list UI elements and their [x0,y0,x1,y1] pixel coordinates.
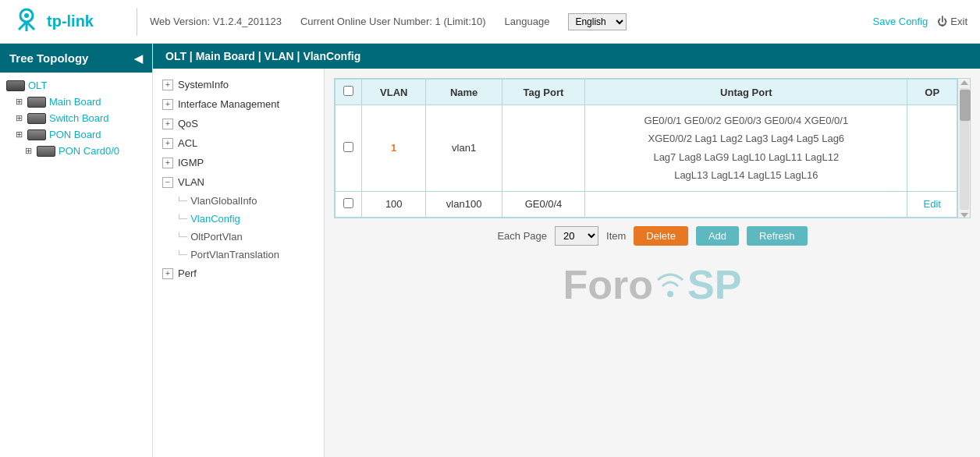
sidebar-switch-board-label: Switch Board [49,112,109,124]
sidebar-pon-board-label: PON Board [49,129,101,140]
main-layout: Tree Topology ◀ OLT ⊞ Main Board ⊞ Switc… [0,44,980,457]
nav-sub-port-vlan-translation-label: PortVlanTranslation [190,249,279,260]
sidebar-toggle-button[interactable]: ◀ [134,53,143,64]
sidebar-item-switch-board[interactable]: ⊞ Switch Board [0,110,152,126]
main-board-device-icon [27,97,46,108]
row2-name: vlan100 [426,191,502,217]
watermark-foro: Foro [563,261,654,308]
nav-item-perf[interactable]: + Perf [153,264,324,283]
save-config-link[interactable]: Save Config [873,16,929,27]
expand-interface-icon: + [162,99,173,110]
table-scrollbar[interactable] [957,79,970,218]
edit-link[interactable]: Edit [924,198,941,210]
row1-op [907,105,957,192]
nav-perf-label: Perf [178,267,197,279]
watermark-container: Foro SP [563,261,742,308]
page-size-select[interactable]: 10 20 50 100 [555,226,598,246]
col-header-tag-port: Tag Port [502,80,584,105]
expand-acl-icon: + [162,138,173,149]
language-label: Language [505,16,550,27]
language-select[interactable]: English Chinese [568,13,627,30]
nav-sub-vlan-config[interactable]: VlanConfig [153,210,324,228]
header-actions: Save Config ⏻ Exit [873,16,968,27]
sidebar-item-main-board[interactable]: ⊞ Main Board [0,94,152,110]
logo-icon [12,8,41,36]
row2-select-checkbox[interactable] [343,198,353,208]
breadcrumb-text: OLT | Main Board | VLAN | VlanConfig [165,50,360,62]
col-header-vlan: VLAN [362,80,426,105]
row2-op: Edit [907,191,957,217]
sidebar-item-pon-card[interactable]: ⊞ PON Card0/0 [0,143,152,159]
nav-item-acl[interactable]: + ACL [153,133,324,153]
nav-vlan-label: VLAN [178,176,204,188]
expand-perf-icon: + [162,268,173,279]
row1-vlan-id: 1 [362,105,426,192]
left-nav: + SystemInfo + Interface Management + Qo… [153,69,325,457]
scroll-down-arrow[interactable] [960,213,968,218]
sidebar: Tree Topology ◀ OLT ⊞ Main Board ⊞ Switc… [0,44,153,457]
expand-igmp-icon: + [162,158,173,168]
select-all-checkbox[interactable] [343,86,353,96]
nav-igmp-label: IGMP [178,157,204,168]
pon-card-device-icon [37,146,55,157]
switch-board-device-icon [27,113,46,124]
nav-interface-label: Interface Management [178,98,279,110]
sidebar-item-olt[interactable]: OLT [0,77,152,94]
nav-item-interface-mgmt[interactable]: + Interface Management [153,94,324,114]
content-split: + SystemInfo + Interface Management + Qo… [153,69,980,457]
col-header-name: Name [426,80,502,105]
sidebar-olt-label: OLT [28,80,47,91]
content-area: OLT | Main Board | VLAN | VlanConfig + S… [153,44,980,457]
watermark-signal-icon [655,264,686,305]
row2-checkbox [336,191,362,217]
svg-point-1 [24,13,29,18]
pon-board-device-icon [27,129,46,140]
nav-item-qos[interactable]: + QoS [153,114,324,133]
watermark: Foro SP [334,261,971,308]
scroll-thumb[interactable] [960,90,971,121]
sidebar-item-pon-board[interactable]: ⊞ PON Board [0,126,152,143]
table-row: 100 vlan100 GE0/0/4 Edit [336,191,957,217]
nav-sub-port-vlan-translation[interactable]: PortVlanTranslation [153,246,324,264]
svg-point-5 [667,291,673,297]
nav-item-igmp[interactable]: + IGMP [153,153,324,172]
refresh-button[interactable]: Refresh [747,226,808,246]
item-label: Item [606,230,626,242]
table-controls: Each Page 10 20 50 100 Item Delete Add R… [334,226,971,246]
row2-tag-port: GE0/0/4 [502,191,584,217]
row2-vlan-id: 100 [362,191,426,217]
sidebar-main-board-label: Main Board [49,96,101,108]
nav-sub-olt-port-vlan[interactable]: OltPortVlan [153,228,324,246]
row1-checkbox [336,105,362,192]
sidebar-header: Tree Topology ◀ [0,44,152,73]
logo-text: tp-link [47,12,94,30]
nav-qos-label: QoS [178,118,198,129]
nav-sub-vlan-config-label: VlanConfig [190,213,240,225]
delete-button[interactable]: Delete [634,226,688,246]
header: tp-link Web Version: V1.2.4_201123 Curre… [0,0,980,44]
nav-sub-vlan-global-info-label: VlanGlobalInfo [190,195,257,207]
row1-name: vlan1 [426,105,502,192]
nav-item-systeminfo[interactable]: + SystemInfo [153,75,324,94]
watermark-isp: SP [687,261,741,308]
nav-item-vlan[interactable]: − VLAN [153,172,324,192]
vlan-table: VLAN Name Tag Port Untag Port [335,79,957,218]
each-page-label: Each Page [497,230,547,242]
row1-select-checkbox[interactable] [343,142,353,152]
nav-sub-vlan-global-info[interactable]: VlanGlobalInfo [153,192,324,210]
exit-button[interactable]: ⏻ Exit [937,16,968,27]
sidebar-pon-card-label: PON Card0/0 [59,145,119,157]
col-header-checkbox [336,80,362,105]
sidebar-title: Tree Topology [9,51,88,65]
scroll-up-arrow[interactable] [960,80,968,85]
online-users: Current Online User Number: 1 (Limit:10) [300,16,486,27]
nav-systeminfo-label: SystemInfo [178,79,229,90]
expand-systeminfo-icon: + [162,80,173,90]
nav-acl-label: ACL [178,137,197,149]
expand-icon-switch: ⊞ [16,113,23,123]
right-content: VLAN Name Tag Port Untag Port [325,69,980,457]
nav-sub-olt-port-vlan-label: OltPortVlan [190,231,242,243]
add-button[interactable]: Add [696,226,739,246]
expand-icon: ⊞ [16,97,23,107]
expand-icon-card: ⊞ [25,146,32,156]
